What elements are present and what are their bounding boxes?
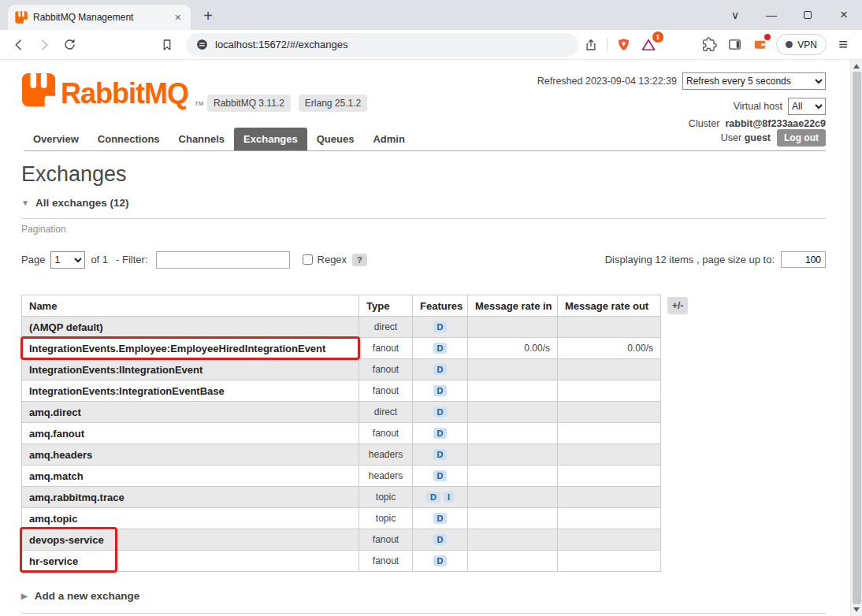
tab-search-icon[interactable]: ∨: [717, 0, 753, 30]
close-icon[interactable]: ×: [826, 0, 862, 30]
vpn-button[interactable]: VPN: [776, 34, 827, 55]
tab-channels[interactable]: Channels: [169, 128, 235, 150]
tab-close-icon[interactable]: ×: [173, 11, 184, 24]
tab-admin[interactable]: Admin: [363, 128, 414, 150]
refresh-interval-select[interactable]: Refresh every 5 seconds: [682, 72, 826, 90]
filter-input[interactable]: [156, 251, 290, 269]
rate-in: [468, 466, 558, 487]
durable-badge: D: [433, 555, 448, 566]
virtual-host-select[interactable]: All: [788, 98, 826, 115]
main-nav: Overview Connections Channels Exchanges …: [24, 128, 826, 151]
share-icon: [584, 38, 598, 52]
wallet-button[interactable]: [747, 32, 772, 58]
exchange-name[interactable]: IntegrationEvents.Employee:EmployeeHired…: [22, 338, 359, 359]
table-row: amq.rabbitmq.trace topic DI: [22, 487, 661, 508]
scroll-up-icon[interactable]: [853, 64, 860, 69]
col-header-features[interactable]: Features: [413, 295, 468, 317]
extensions-button[interactable]: [697, 32, 722, 58]
menu-button[interactable]: ≡: [830, 32, 856, 58]
sidebar-button[interactable]: [722, 32, 747, 58]
exchange-name[interactable]: amq.headers: [22, 444, 359, 466]
tab-queues[interactable]: Queues: [307, 128, 364, 150]
cluster-name: rabbit@8f233aae22c9: [725, 118, 826, 129]
exchange-name[interactable]: devops-service: [22, 529, 359, 551]
column-toggle-button[interactable]: +/-: [667, 297, 688, 314]
address-bar[interactable]: localhost:15672/#/exchanges: [186, 33, 578, 57]
exchange-name[interactable]: amq.direct: [22, 402, 359, 423]
tab-exchanges[interactable]: Exchanges: [234, 128, 307, 150]
add-exchange-section-toggle[interactable]: ▶ Add a new exchange: [21, 589, 826, 602]
exchange-name[interactable]: amq.fanout: [22, 423, 359, 444]
tab-overview[interactable]: Overview: [24, 128, 88, 150]
brave-shield-button[interactable]: [611, 32, 636, 58]
vpn-status-icon: [786, 41, 793, 48]
reload-button[interactable]: [57, 32, 82, 58]
exchange-name[interactable]: amq.match: [22, 466, 359, 487]
exchange-type: headers: [359, 466, 413, 487]
rate-in: 0.00/s: [468, 338, 558, 359]
brave-rewards-button[interactable]: 1: [636, 32, 661, 58]
page-size-input[interactable]: [781, 251, 826, 268]
toolbar-divider: [607, 38, 607, 51]
exchange-name[interactable]: (AMQP default): [22, 317, 359, 338]
new-tab-button[interactable]: +: [197, 5, 219, 27]
exchange-type: fanout: [359, 380, 413, 402]
logout-button[interactable]: Log out: [777, 129, 826, 147]
rate-in: [468, 317, 558, 338]
scrollbar-thumb[interactable]: [853, 72, 861, 604]
rate-in: [468, 423, 558, 444]
site-info-icon[interactable]: [195, 38, 209, 51]
exchange-name[interactable]: hr-service: [22, 551, 359, 572]
maximize-icon[interactable]: [790, 0, 826, 30]
browser-window: RabbitMQ Management × + ∨ — × localhost:…: [0, 0, 862, 616]
all-exchanges-section-toggle[interactable]: ▼ All exchanges (12): [21, 196, 826, 209]
minimize-icon[interactable]: —: [753, 0, 790, 30]
browser-tab[interactable]: RabbitMQ Management ×: [8, 5, 191, 30]
exchanges-table: Name Type Features Message rate in Messa…: [21, 295, 661, 572]
logo-trademark: TM: [195, 100, 204, 107]
back-button[interactable]: [6, 32, 32, 58]
exchange-name[interactable]: amq.rabbitmq.trace: [22, 487, 359, 508]
durable-badge: D: [433, 321, 448, 332]
section-title: All exchanges (12): [35, 197, 129, 209]
share-button[interactable]: [578, 32, 604, 58]
table-row: amq.match headers D: [22, 466, 661, 487]
exchange-type: fanout: [359, 529, 413, 551]
url-text[interactable]: localhost:15672/#/exchanges: [215, 39, 347, 50]
bookmark-button[interactable]: [154, 32, 180, 58]
rate-out: [558, 508, 661, 529]
refreshed-timestamp: Refreshed 2023-09-04 13:22:39: [537, 76, 677, 87]
rate-in: [468, 402, 558, 423]
exchange-name[interactable]: IntegrationEvents:IIntegrationEvent: [22, 359, 359, 380]
exchange-type: fanout: [359, 338, 413, 359]
filter-label: - Filter:: [116, 254, 147, 265]
durable-badge: D: [433, 428, 448, 439]
forward-button[interactable]: [32, 32, 57, 58]
tab-title: RabbitMQ Management: [33, 12, 167, 23]
vpn-label: VPN: [797, 39, 817, 50]
virtual-host-label: Virtual host: [734, 101, 782, 112]
divider: [21, 218, 826, 219]
col-header-type[interactable]: Type: [359, 295, 413, 317]
help-icon[interactable]: ?: [352, 254, 367, 266]
table-row: IntegrationEvents:IntegrationEventBase f…: [22, 380, 661, 402]
rabbitmq-logo[interactable]: RabbitMQ TM: [21, 72, 204, 107]
add-exchange-label: Add a new exchange: [35, 590, 140, 602]
col-header-rate-in[interactable]: Message rate in: [468, 295, 558, 317]
rate-in: [468, 551, 558, 572]
col-header-name[interactable]: Name: [22, 295, 359, 317]
wallet-notification-badge: [764, 34, 771, 40]
col-header-rate-out[interactable]: Message rate out: [558, 295, 661, 317]
chevron-right-icon: ▶: [21, 592, 28, 600]
exchange-name[interactable]: IntegrationEvents:IntegrationEventBase: [22, 380, 359, 402]
exchange-type: topic: [359, 508, 413, 529]
exchange-type: headers: [359, 444, 413, 466]
regex-checkbox[interactable]: [303, 254, 313, 265]
exchange-name[interactable]: amq.topic: [22, 508, 359, 529]
durable-badge: D: [433, 343, 448, 354]
back-icon: [11, 37, 27, 53]
tab-connections[interactable]: Connections: [88, 128, 169, 150]
page-select[interactable]: 1: [50, 251, 85, 269]
page-scrollbar[interactable]: [850, 60, 862, 616]
scroll-down-icon[interactable]: [853, 607, 860, 612]
